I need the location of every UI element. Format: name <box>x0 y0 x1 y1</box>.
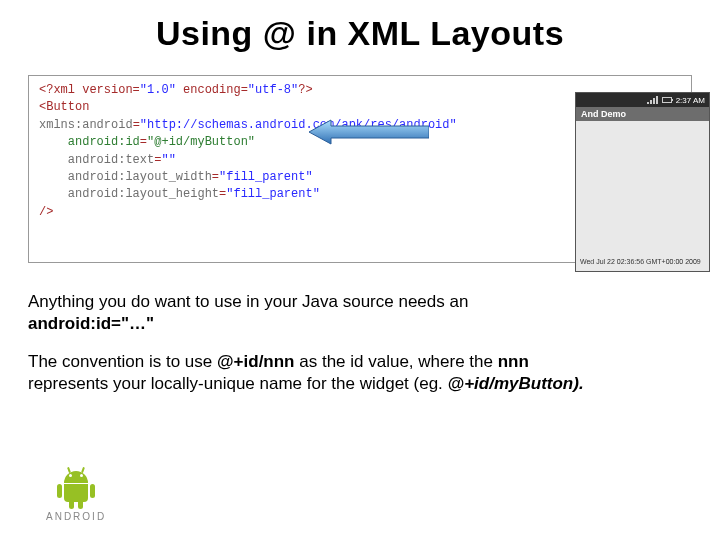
body-text: Anything you do want to use in your Java… <box>28 291 588 395</box>
code-token: /> <box>39 205 53 219</box>
text: represents your locally-unique name for … <box>28 374 448 393</box>
code-token: android:id <box>68 135 140 149</box>
paragraph-1: Anything you do want to use in your Java… <box>28 291 588 335</box>
bold-italic-text: @+id/myButton <box>448 374 574 393</box>
code-token: <Button <box>39 100 89 114</box>
bold-italic-text: ). <box>573 374 583 393</box>
code-token: xmlns:android <box>39 118 133 132</box>
code-token: android:layout_height <box>68 187 219 201</box>
code-token: ?> <box>298 83 312 97</box>
code-token: <?xml version= <box>39 83 140 97</box>
code-token: = <box>212 170 219 184</box>
code-token: "utf-8" <box>248 83 298 97</box>
code-token: "fill_parent" <box>226 187 320 201</box>
code-token: "fill_parent" <box>219 170 313 184</box>
battery-icon <box>662 97 672 103</box>
code-token: android:text <box>68 153 154 167</box>
android-logo: android <box>46 469 106 522</box>
statusbar-time: 2:37 AM <box>676 96 705 105</box>
code-token: encoding= <box>176 83 248 97</box>
code-token: "" <box>161 153 175 167</box>
signal-icon <box>647 96 658 104</box>
code-token: android:layout_width <box>68 170 212 184</box>
phone-mockup: 2:37 AM And Demo Wed Jul 22 02:36:56 GMT… <box>575 92 710 272</box>
text: Anything you do want to use in your Java… <box>28 292 468 311</box>
code-token: "http://schemas.android.com/apk/res/andr… <box>140 118 457 132</box>
android-robot-icon <box>53 469 99 507</box>
android-wordmark: android <box>46 511 106 522</box>
bold-text: @+id/nnn <box>217 352 295 371</box>
phone-appbar: And Demo <box>576 107 709 121</box>
text: The convention is to use <box>28 352 217 371</box>
slide: Using @ in XML Layouts <?xml version="1.… <box>0 0 720 540</box>
code-token: "1.0" <box>140 83 176 97</box>
bold-text: nnn <box>498 352 529 371</box>
code-token: "@+id/myButton" <box>147 135 255 149</box>
bold-text: android:id="…" <box>28 314 154 333</box>
code-token: = <box>133 118 140 132</box>
phone-statusbar: 2:37 AM <box>576 93 709 107</box>
paragraph-2: The convention is to use @+id/nnn as the… <box>28 351 588 395</box>
slide-title: Using @ in XML Layouts <box>28 14 692 53</box>
code-token: = <box>140 135 147 149</box>
phone-screen: Wed Jul 22 02:36:56 GMT+00:00 2009 <box>576 121 709 271</box>
text: as the id value, where the <box>295 352 498 371</box>
phone-date-line: Wed Jul 22 02:36:56 GMT+00:00 2009 <box>580 258 701 265</box>
